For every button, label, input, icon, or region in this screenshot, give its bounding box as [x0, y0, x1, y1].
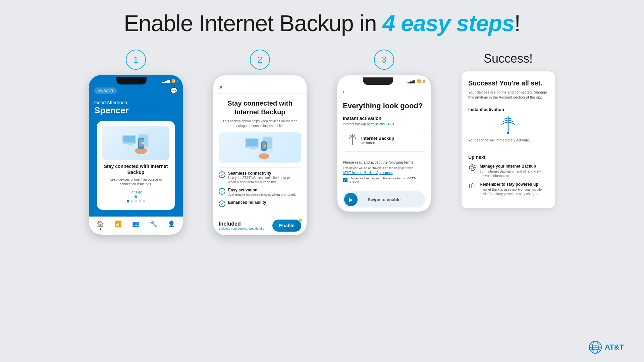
- nav-people[interactable]: 👥: [132, 220, 140, 230]
- dot-nav-1: [127, 200, 129, 202]
- battery-icon: ▪: [177, 79, 178, 83]
- battery-icon-3: 🔋: [422, 79, 426, 83]
- success-desc: Your devices are online and connected. M…: [468, 90, 548, 100]
- tools-icon: 🔧: [150, 220, 157, 228]
- svg-rect-3: [123, 136, 135, 142]
- dot-nav-5: [143, 200, 145, 202]
- signal-icon-3: ▂▄▆: [408, 79, 415, 83]
- phone-2-frame: ✕ Stay connected with Internet Backup Th…: [213, 75, 307, 235]
- up-next-item-2-title: Remember to stay powered up: [480, 182, 548, 187]
- phone-2-header: ✕: [213, 80, 307, 94]
- phone-3-notch: [363, 77, 393, 85]
- nav-profile[interactable]: 👤: [168, 220, 175, 230]
- signal-icon-large: [347, 133, 358, 147]
- up-next-item-2-desc: Internet Backup uses more of your mobile…: [480, 187, 548, 196]
- wifi-status-icon: 📶: [171, 79, 175, 83]
- power-icon: [468, 182, 476, 191]
- swipe-thumb: ▶: [344, 193, 358, 206]
- phone-2-title: Stay connected with Internet Backup: [219, 99, 301, 116]
- person-icon: 👤: [168, 220, 175, 228]
- back-button[interactable]: ‹: [343, 89, 344, 95]
- phone-2-subtitle: This backup option helps keep devices on…: [219, 119, 301, 128]
- svg-rect-14: [250, 148, 256, 149]
- enable-btn-dot: [299, 219, 302, 222]
- phone-1-illustration: 📶: [102, 126, 169, 160]
- phone-3-frame: ▂▄▆ 📶 🔋 ‹ Everything look good? Instant …: [337, 75, 431, 212]
- nav-tools[interactable]: 🔧: [150, 220, 157, 230]
- svg-rect-13: [246, 139, 258, 146]
- up-next-item-1-desc: Turn Internet Backup on and off and view…: [480, 169, 548, 178]
- terms-label: Please read and accept the following ter…: [343, 160, 425, 164]
- feature-3: ✓ Enhanced reliability: [219, 200, 301, 207]
- steps-container: 1 ▂▄▆ 📶 ▪ My Wi-Fi 💬 Good Afternoon,: [20, 50, 624, 235]
- phone-1-header: My Wi-Fi 💬: [89, 84, 183, 99]
- included-section: Included Built into your service. See de…: [219, 221, 264, 230]
- check-icon-2: ✓: [219, 188, 225, 195]
- svg-point-23: [507, 131, 509, 134]
- svg-text:📶: 📶: [141, 141, 145, 145]
- feature-3-title: Enhanced reliability: [228, 200, 266, 205]
- nav-wifi[interactable]: 📶: [114, 220, 122, 230]
- terms-checkbox[interactable]: ✓: [343, 178, 347, 182]
- people-icon: 👥: [132, 220, 140, 228]
- att-globe-icon: [589, 341, 602, 354]
- lets-go-link[interactable]: Let's go: [102, 190, 169, 194]
- wifi-nav-icon: 📶: [114, 220, 122, 228]
- enable-button[interactable]: Enable: [272, 220, 301, 232]
- page-title: Enable Internet Backup in 4 easy steps!: [124, 10, 520, 36]
- feature-1: ✓ Seamless connectivity Use your AT&T Wi…: [219, 171, 301, 184]
- terms-link[interactable]: AT&T Internet Backup Agreement: [343, 171, 425, 175]
- phone-3-status: ▂▄▆ 📶 🔋: [408, 79, 426, 83]
- dot-nav-4: [139, 200, 141, 202]
- step-3-wrapper: 3 ▂▄▆ 📶 🔋 ‹ Everything look good?: [329, 50, 439, 212]
- nav-home[interactable]: 🏠: [97, 220, 104, 230]
- phone-3-title: Everything look good?: [343, 102, 425, 110]
- up-next-section: Up next Manage your Internet B: [468, 149, 548, 196]
- phone-3-header: ‹: [337, 85, 431, 98]
- feature-2-desc: Just enable location services when promp…: [228, 192, 296, 197]
- phone-2-illustration: 📶: [219, 132, 301, 163]
- signal-icon: ▂▄▆: [162, 79, 170, 83]
- step-1-number: 1: [126, 50, 146, 70]
- greeting-text: Good Afternoon,: [94, 100, 177, 105]
- feature-2-title: Easy activation: [228, 188, 296, 192]
- phone-1-bottom-nav: 🏠 📶 👥 🔧 👤: [89, 217, 183, 235]
- dots-nav: [102, 200, 169, 202]
- phone-2-content: Stay connected with Internet Backup This…: [213, 94, 307, 216]
- included-label: Included: [219, 221, 264, 227]
- phone-1-card: 📶 Stay connected with Internet Backup Ke…: [97, 121, 175, 210]
- success-signal-illustration: [500, 115, 517, 134]
- terms-checkbox-row: ✓ I have read and agree to the above ter…: [343, 177, 425, 183]
- chat-icon: 💬: [170, 87, 177, 95]
- svg-point-25: [471, 166, 474, 169]
- phone-3-content: Everything look good? Instant activation…: [337, 98, 431, 187]
- card-title: Stay connected with Internet Backup: [102, 163, 169, 175]
- step-1-wrapper: 1 ▂▄▆ 📶 ▪ My Wi-Fi 💬 Good Afternoon,: [80, 50, 191, 235]
- up-next-item-1-title: Manage your Internet Backup: [480, 164, 548, 169]
- svg-rect-4: [127, 144, 133, 145]
- permissions-faqs-link[interactable]: permissions FAQs: [367, 122, 394, 126]
- att-logo: AT&T: [589, 341, 624, 354]
- phone-1-greeting: Good Afternoon, Spencer: [89, 99, 183, 121]
- up-next-item-2: Remember to stay powered up Internet Bac…: [468, 182, 548, 196]
- swipe-container[interactable]: ▶ Swipe to enable: [343, 191, 425, 207]
- backup-card-included: Included: [361, 141, 394, 145]
- phone-2-bottom: Included Built into your service. See de…: [213, 216, 307, 235]
- activation-section: Instant activation Internet backup permi…: [343, 116, 425, 152]
- activation-sub: Internet backup permissions FAQs: [343, 122, 425, 126]
- wifi-icon-3: 📶: [417, 79, 421, 83]
- close-button[interactable]: ✕: [219, 84, 223, 90]
- activation-label: Instant activation: [343, 116, 425, 121]
- phone-1-frame: ▂▄▆ 📶 ▪ My Wi-Fi 💬 Good Afternoon, Spenc…: [89, 75, 183, 235]
- svg-rect-16: [259, 154, 269, 158]
- terms-desc: This device will be approved to be the b…: [343, 166, 425, 170]
- check-icon-1: ✓: [219, 171, 225, 178]
- greeting-name: Spencer: [94, 105, 177, 116]
- success-label: Success!: [484, 52, 533, 66]
- manage-icon: [468, 164, 476, 173]
- feature-list: ✓ Seamless connectivity Use your AT&T Wi…: [219, 167, 301, 207]
- success-wrapper: Success! Success! You're all set. Your d…: [453, 50, 564, 208]
- card-subtitle: Keep devices online if an outage or conn…: [102, 177, 169, 187]
- att-text: AT&T: [605, 343, 624, 352]
- svg-rect-30: [470, 184, 475, 188]
